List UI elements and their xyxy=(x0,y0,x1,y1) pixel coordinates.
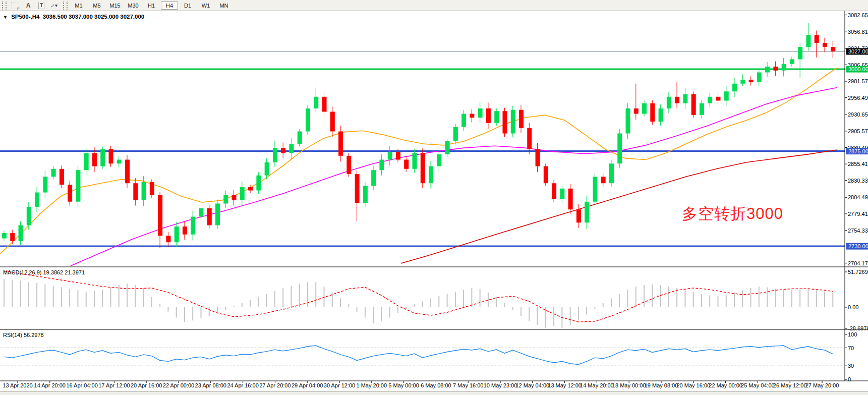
text-tool-icon[interactable]: T xyxy=(36,1,47,10)
price-axis-label: 2930.650 xyxy=(848,111,868,118)
time-axis-label: 22 May 00:00 xyxy=(709,382,742,388)
chart-annotation-text: 多空转折3000 xyxy=(682,203,783,224)
time-axis-label: 20 Apr 16:00 xyxy=(131,382,162,388)
time-axis-label: 27 May 20:00 xyxy=(805,382,839,388)
svg-text:3027.000: 3027.000 xyxy=(848,48,868,54)
timeframe-button-m5[interactable]: M5 xyxy=(88,2,105,10)
time-axis-label: 5 May 00:00 xyxy=(388,382,419,388)
toolbar-grip-2[interactable] xyxy=(63,2,68,10)
svg-text:2730.000: 2730.000 xyxy=(848,243,868,249)
time-axis-label: 22 Apr 00:00 xyxy=(163,382,194,388)
rsi-axis-label: 0 xyxy=(848,376,851,382)
toolbar-grip[interactable] xyxy=(2,2,7,10)
price-axis-label: 3056.810 xyxy=(848,29,868,35)
rsi-axis-label: 30 xyxy=(848,363,854,369)
time-axis-label: 13 Apr 2020 xyxy=(3,382,32,388)
time-axis-label: 26 May 12:00 xyxy=(773,382,807,388)
price-axis-label: 2981.570 xyxy=(848,78,868,84)
toolbar: F A T ↕▾ M1M5M15M30H1H4D1W1MN xyxy=(0,0,868,11)
grid-f-icon[interactable]: F xyxy=(10,1,21,10)
price-axis-label: 2905.570 xyxy=(848,128,868,134)
price-axis-label: 2830.330 xyxy=(848,178,868,184)
time-axis-label: 25 May 04:00 xyxy=(741,382,775,388)
price-badge-3000.000: 3000.000 xyxy=(846,66,868,73)
timeframe-button-mn[interactable]: MN xyxy=(215,2,233,10)
timeframe-button-m30[interactable]: M30 xyxy=(125,2,142,10)
macd-axis-label: 0.00 xyxy=(848,304,858,310)
price-axis-label: 2855.410 xyxy=(848,161,868,167)
timeframe-button-w1[interactable]: W1 xyxy=(197,2,214,10)
time-axis-label: 19 May 08:00 xyxy=(645,382,678,388)
price-axis-label: 2704.170 xyxy=(848,260,868,266)
time-axis-label: 27 Apr 20:00 xyxy=(259,382,291,388)
price-badge-3027.000: 3027.000 xyxy=(846,48,868,55)
macd-indicator-label: MACD(12,26,9) 19.3862 21.3971 xyxy=(3,269,85,275)
time-axis-label: 20 May 16:00 xyxy=(676,382,710,388)
time-axis-label: 14 Apr 20:00 xyxy=(34,382,66,388)
svg-text:2875.000: 2875.000 xyxy=(848,148,868,154)
chart-title-caret-icon[interactable]: ▼ xyxy=(3,15,8,20)
cursor-arrows-icon[interactable]: ↕▾ xyxy=(49,1,60,10)
ohlc-values: 3036.500 3037.000 3025.000 3027.000 xyxy=(43,14,144,20)
timeframe-button-m15[interactable]: M15 xyxy=(106,2,124,10)
time-axis-label: 18 May 00:00 xyxy=(612,382,646,388)
timeframe-button-h1[interactable]: H1 xyxy=(143,2,160,10)
status-bar xyxy=(0,391,868,395)
price-axis-label: 2779.410 xyxy=(848,211,868,217)
time-axis-label: 24 Apr 16:00 xyxy=(227,382,258,388)
macd-axis-label: -28.6976 xyxy=(848,325,868,331)
time-axis-label: 7 May 16:00 xyxy=(453,382,484,388)
time-axis-label: 12 May 04:00 xyxy=(515,382,549,388)
time-axis-label: 29 Apr 04:00 xyxy=(292,382,323,388)
rsi-indicator-label: RSI(14) 56.2978 xyxy=(3,332,44,338)
timeframe-button-d1[interactable]: D1 xyxy=(179,2,196,10)
letter-a-icon[interactable]: A xyxy=(23,1,34,10)
price-axis-label: 2754.330 xyxy=(848,228,868,234)
price-badge-2875.000: 2875.000 xyxy=(846,148,868,154)
time-axis-label: 1 May 20:00 xyxy=(357,382,387,388)
symbol-period: SP500-,H4 xyxy=(11,14,39,20)
rsi-axis-label: 100 xyxy=(848,331,857,337)
chart-symbol-title: ▼ SP500-,H4 3036.500 3037.000 3025.000 3… xyxy=(3,14,144,20)
time-axis-label: 23 Apr 08:00 xyxy=(195,382,226,388)
rsi-axis-label: 70 xyxy=(848,345,854,351)
time-axis-label: 30 Apr 12:00 xyxy=(324,382,355,388)
svg-text:3000.000: 3000.000 xyxy=(848,66,868,72)
macd-axis-label: 51.7269 xyxy=(848,269,868,275)
time-axis-label: 16 Apr 04:00 xyxy=(66,382,97,388)
price-axis-label: 2956.490 xyxy=(848,95,868,101)
time-axis-label: 13 May 12:00 xyxy=(548,382,582,388)
timeframe-buttons: M1M5M15M30H1H4D1W1MN xyxy=(70,2,233,10)
price-badge-2730.000: 2730.000 xyxy=(846,243,868,250)
price-axis-label: 3082.650 xyxy=(848,12,868,18)
price-axis-label: 2804.490 xyxy=(848,194,868,200)
time-axis-label: 6 May 08:00 xyxy=(421,382,451,388)
time-axis-label: 10 May 23:00 xyxy=(484,382,517,388)
timeframe-button-h4[interactable]: H4 xyxy=(161,2,178,10)
time-axis-label: 14 May 20:00 xyxy=(580,382,614,388)
time-axis-label: 17 Apr 12:00 xyxy=(98,382,130,388)
timeframe-button-m1[interactable]: M1 xyxy=(70,2,87,10)
mt4-window: F A T ↕▾ M1M5M15M30H1H4D1W1MN 3082.65030… xyxy=(0,0,868,395)
